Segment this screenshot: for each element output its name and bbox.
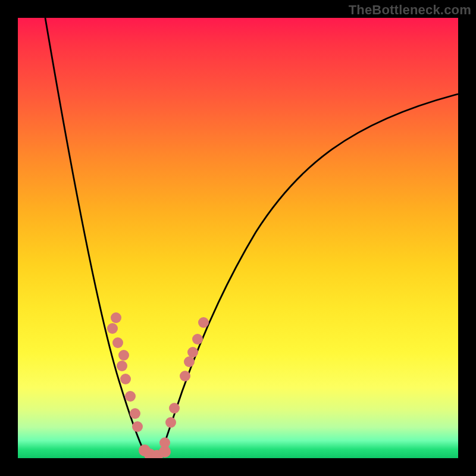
data-point-marker bbox=[111, 312, 121, 323]
data-point-marker bbox=[120, 374, 131, 384]
data-point-marker bbox=[192, 334, 203, 345]
data-point-marker bbox=[112, 337, 123, 348]
data-point-marker bbox=[165, 417, 176, 428]
data-point-marker bbox=[130, 408, 140, 419]
chart-plot-area bbox=[18, 18, 458, 458]
marker-group bbox=[107, 312, 209, 458]
data-point-marker bbox=[132, 421, 143, 432]
data-point-marker bbox=[159, 437, 170, 448]
data-point-marker bbox=[184, 356, 195, 367]
data-point-marker bbox=[187, 347, 198, 358]
data-point-marker bbox=[125, 391, 136, 402]
curve-right-branch bbox=[159, 94, 458, 458]
data-point-marker bbox=[107, 323, 118, 334]
site-watermark: TheBottleneck.com bbox=[349, 2, 471, 18]
data-point-marker bbox=[118, 350, 129, 361]
data-point-marker bbox=[198, 317, 209, 328]
bottleneck-curve-chart bbox=[18, 18, 458, 458]
data-point-marker bbox=[180, 371, 190, 381]
data-point-marker bbox=[169, 403, 180, 414]
data-point-marker bbox=[117, 361, 127, 371]
